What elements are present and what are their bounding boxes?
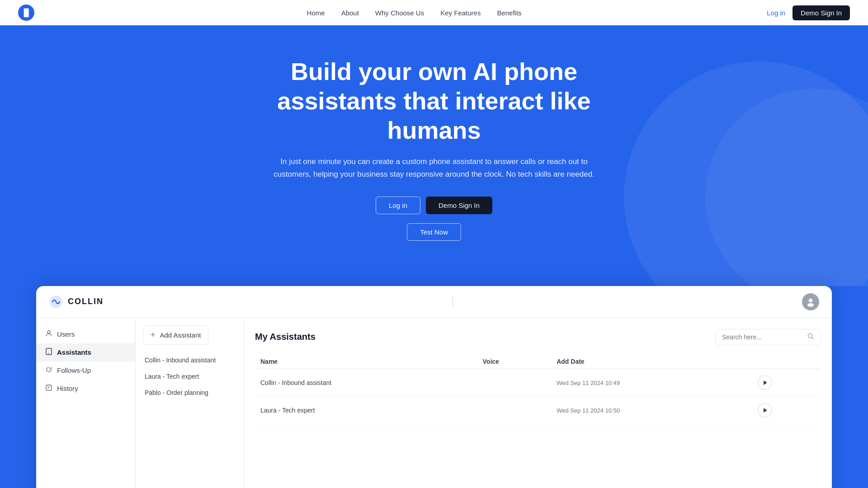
app-header-divider bbox=[453, 296, 453, 308]
history-icon bbox=[45, 384, 52, 393]
list-item[interactable]: Collin - Inbound assistant bbox=[136, 352, 244, 368]
nav-home[interactable]: Home bbox=[307, 9, 325, 17]
row-voice bbox=[477, 369, 552, 396]
search-icon bbox=[807, 333, 814, 342]
app-header: COLLIN bbox=[36, 286, 832, 318]
svg-point-3 bbox=[47, 331, 50, 333]
svg-line-10 bbox=[812, 337, 814, 339]
row-action bbox=[752, 369, 821, 396]
assistants-table: Name Voice Add Date Collin - Inbound ass… bbox=[255, 354, 821, 424]
app-logo: COLLIN bbox=[49, 295, 104, 309]
row-voice bbox=[477, 396, 552, 424]
table-row: Collin - Inbound assistant Wed Sep 11 20… bbox=[255, 369, 821, 396]
phone-icon bbox=[45, 348, 52, 357]
svg-point-2 bbox=[807, 303, 814, 307]
svg-point-5 bbox=[48, 353, 49, 354]
hero-test-now-wrapper: Test Now bbox=[18, 223, 850, 241]
refresh-icon bbox=[45, 366, 52, 375]
list-item[interactable]: Pablo - Order planning bbox=[136, 385, 244, 401]
middle-panel: + Add Assistant Collin - Inbound assista… bbox=[136, 318, 244, 488]
row-action bbox=[752, 396, 821, 424]
sidebar-history-label: History bbox=[57, 385, 78, 392]
nav-about[interactable]: About bbox=[341, 9, 359, 17]
navbar-logo: ▐▌ bbox=[18, 5, 34, 21]
hero-section: Build your own AI phone assistants that … bbox=[0, 25, 868, 286]
sidebar: Users Assistants Follows-Up History bbox=[36, 318, 136, 488]
row-date: Wed Sep 11 2024 10:49 bbox=[551, 369, 752, 396]
sidebar-follows-up-label: Follows-Up bbox=[57, 366, 91, 374]
search-box bbox=[715, 329, 821, 345]
sidebar-item-assistants[interactable]: Assistants bbox=[36, 343, 135, 361]
sidebar-item-users[interactable]: Users bbox=[36, 325, 135, 343]
main-panel-header: My Assistants bbox=[255, 329, 821, 345]
navbar-nav: Home About Why Choose Us Key Features Be… bbox=[61, 9, 767, 17]
hero-title: Build your own AI phone assistants that … bbox=[231, 57, 637, 145]
svg-marker-11 bbox=[764, 380, 767, 385]
sidebar-item-follows-up[interactable]: Follows-Up bbox=[36, 361, 135, 380]
row-name: Laura - Tech expert bbox=[255, 396, 477, 424]
logo-icon: ▐▌ bbox=[18, 5, 34, 21]
app-body: Users Assistants Follows-Up History bbox=[36, 318, 832, 488]
hero-test-now-button[interactable]: Test Now bbox=[407, 223, 461, 241]
sidebar-users-label: Users bbox=[57, 330, 75, 338]
col-header-name: Name bbox=[255, 354, 477, 369]
sidebar-assistants-label: Assistants bbox=[57, 348, 91, 356]
nav-demo-button[interactable]: Demo Sign In bbox=[793, 5, 850, 20]
svg-marker-12 bbox=[764, 408, 767, 413]
nav-key-features[interactable]: Key Features bbox=[440, 9, 481, 17]
my-assistants-title: My Assistants bbox=[255, 332, 316, 342]
col-header-action bbox=[752, 354, 821, 369]
list-item[interactable]: Laura - Tech expert bbox=[136, 368, 244, 385]
main-panel: My Assistants Name Voice Add Date bbox=[244, 318, 832, 488]
add-assistant-button[interactable]: + Add Assistant bbox=[143, 325, 208, 345]
svg-point-1 bbox=[809, 299, 812, 302]
app-logo-icon bbox=[49, 295, 63, 309]
plus-icon: + bbox=[151, 330, 156, 340]
row-date: Wed Sep 11 2024 10:50 bbox=[551, 396, 752, 424]
col-header-voice: Voice bbox=[477, 354, 552, 369]
user-icon bbox=[45, 330, 52, 339]
hero-demo-button[interactable]: Demo Sign In bbox=[426, 197, 492, 214]
app-window: COLLIN Users Assistants bbox=[36, 286, 832, 488]
navbar: ▐▌ Home About Why Choose Us Key Features… bbox=[0, 0, 868, 25]
sidebar-item-history[interactable]: History bbox=[36, 380, 135, 398]
avatar[interactable] bbox=[802, 293, 819, 310]
hero-login-button[interactable]: Log in bbox=[376, 197, 420, 214]
play-button[interactable] bbox=[758, 403, 772, 418]
search-input[interactable] bbox=[722, 333, 803, 341]
app-logo-text: COLLIN bbox=[68, 297, 104, 306]
hero-buttons: Log in Demo Sign In bbox=[18, 197, 850, 214]
nav-benefits[interactable]: Benefits bbox=[497, 9, 521, 17]
nav-login-button[interactable]: Log in bbox=[767, 9, 785, 17]
col-header-add-date: Add Date bbox=[551, 354, 752, 369]
hero-subtitle: In just one minute you can create a cust… bbox=[262, 155, 606, 180]
row-name: Collin - Inbound assistant bbox=[255, 369, 477, 396]
table-row: Laura - Tech expert Wed Sep 11 2024 10:5… bbox=[255, 396, 821, 424]
add-assistant-label: Add Assistant bbox=[160, 331, 201, 339]
nav-why-choose-us[interactable]: Why Choose Us bbox=[375, 9, 424, 17]
navbar-actions: Log in Demo Sign In bbox=[767, 5, 850, 20]
play-button[interactable] bbox=[758, 375, 772, 390]
svg-rect-6 bbox=[46, 385, 52, 390]
